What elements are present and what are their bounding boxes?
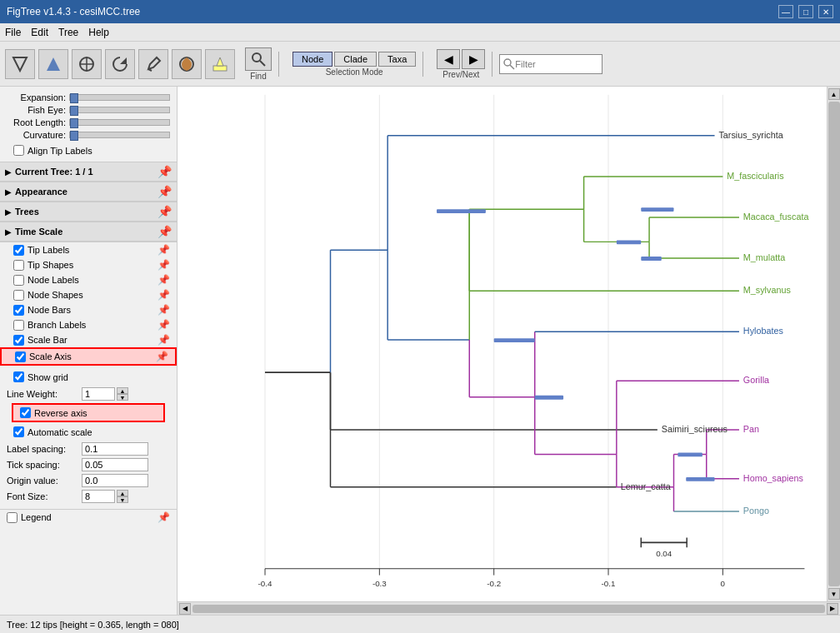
hilight-button[interactable] <box>205 49 235 79</box>
collapse-button[interactable] <box>38 49 68 79</box>
legend-pin[interactable]: 📌 <box>158 511 170 523</box>
fisheye-track[interactable] <box>69 107 170 113</box>
fisheye-label: Fish Eye: <box>7 105 69 115</box>
fisheye-thumb[interactable] <box>70 106 78 116</box>
node-labels-checkbox[interactable] <box>13 275 24 286</box>
svg-marker-0 <box>47 57 60 71</box>
appearance-pin[interactable]: 📌 <box>158 185 172 198</box>
menu-file[interactable]: File <box>5 27 21 38</box>
show-grid-row: Show grid <box>7 369 170 385</box>
scroll-left-button[interactable]: ◀ <box>179 603 191 615</box>
rotate-button[interactable] <box>105 49 135 79</box>
clade-button[interactable]: Clade <box>334 52 377 67</box>
node-shapes-pin[interactable]: 📌 <box>158 289 170 301</box>
menu-help[interactable]: Help <box>88 27 109 38</box>
app-title: FigTree v1.4.3 - cesiMCC.tree <box>7 6 140 17</box>
font-size-up[interactable]: ▲ <box>117 490 128 496</box>
automatic-scale-checkbox[interactable] <box>13 426 24 437</box>
scroll-down-button[interactable]: ▼ <box>828 588 840 600</box>
branch-labels-checkbox[interactable] <box>13 320 24 331</box>
scroll-thumb-v[interactable] <box>828 102 840 586</box>
tree-svg: -0.4 -0.3 -0.2 -0.1 0 <box>178 87 827 601</box>
align-tip-labels-checkbox[interactable] <box>13 145 24 156</box>
scale-axis-pin[interactable]: 📌 <box>156 351 168 362</box>
minimize-button[interactable]: — <box>778 5 793 18</box>
next-button[interactable]: ▶ <box>462 49 485 69</box>
find-button[interactable] <box>245 47 272 71</box>
scale-axis-left: Scale Axis <box>15 351 72 362</box>
tip-labels-label: Tip Labels <box>28 245 69 255</box>
tip-labels-pin[interactable]: 📌 <box>158 244 170 256</box>
font-size-spinner: ▲ ▼ <box>117 490 128 503</box>
trees-header[interactable]: ▶ Trees 📌 <box>0 202 177 222</box>
scale-bar-label: Scale Bar <box>28 335 68 345</box>
font-size-input[interactable] <box>82 490 115 503</box>
node-bars-pin[interactable]: 📌 <box>158 304 170 316</box>
colour-button[interactable] <box>172 49 202 79</box>
node-shapes-checkbox[interactable] <box>13 290 24 301</box>
scale-axis-panel: Show grid Line Weight: ▲ ▼ Reverse axis <box>0 366 177 509</box>
tip-labels-checkbox[interactable] <box>13 245 24 256</box>
scroll-right-button[interactable]: ▶ <box>827 603 838 615</box>
scroll-thumb-h[interactable] <box>192 605 825 613</box>
time-scale-pin[interactable]: 📌 <box>158 225 172 238</box>
label-spacing-input[interactable] <box>82 442 148 456</box>
svg-rect-70 <box>641 257 662 261</box>
expansion-track[interactable] <box>69 94 170 101</box>
show-grid-label: Show grid <box>28 372 68 382</box>
scale-bar-pin[interactable]: 📌 <box>158 334 170 346</box>
expansion-thumb[interactable] <box>70 93 78 103</box>
curvature-slider-row: Curvature: <box>7 130 170 140</box>
prevnext-buttons: ◀ ▶ <box>437 49 485 69</box>
current-tree-pin[interactable]: 📌 <box>158 165 172 178</box>
tick-spacing-input[interactable] <box>82 458 148 471</box>
rootlength-track[interactable] <box>69 119 170 126</box>
show-grid-checkbox[interactable] <box>13 371 24 382</box>
svg-rect-5 <box>213 66 227 71</box>
close-button[interactable]: ✕ <box>818 5 833 18</box>
cartoon-button[interactable] <box>5 49 35 79</box>
branch-labels-pin[interactable]: 📌 <box>158 319 170 331</box>
taxa-button[interactable]: Taxa <box>378 52 416 67</box>
scale-axis-checkbox[interactable] <box>15 351 26 362</box>
maximize-button[interactable]: □ <box>798 5 813 18</box>
node-labels-pin[interactable]: 📌 <box>158 274 170 286</box>
current-tree-header[interactable]: ▶ Current Tree: 1 / 1 📌 <box>0 162 177 182</box>
rootlength-label: Root Length: <box>7 117 69 127</box>
line-weight-up[interactable]: ▲ <box>117 387 128 394</box>
scale-bar-checkbox[interactable] <box>13 335 24 346</box>
trees-pin[interactable]: 📌 <box>158 205 172 218</box>
svg-text:Saimiri_sciureus: Saimiri_sciureus <box>662 424 728 434</box>
node-shapes-label: Node Shapes <box>28 290 83 300</box>
curvature-track[interactable] <box>69 132 170 138</box>
svg-text:M_sylvanus: M_sylvanus <box>743 285 791 295</box>
annotate-button[interactable] <box>138 49 168 79</box>
node-bars-checkbox[interactable] <box>13 305 24 316</box>
line-weight-down[interactable]: ▼ <box>117 394 128 401</box>
appearance-header[interactable]: ▶ Appearance 📌 <box>0 182 177 202</box>
curvature-thumb[interactable] <box>70 131 78 141</box>
v-scrollbar[interactable]: ▲ ▼ <box>827 87 840 601</box>
tip-shapes-checkbox[interactable] <box>13 260 24 271</box>
filter-input[interactable] <box>515 59 598 69</box>
origin-value-input[interactable] <box>82 474 148 487</box>
node-bars-left: Node Bars <box>13 305 71 316</box>
tip-shapes-pin[interactable]: 📌 <box>158 259 170 271</box>
scroll-up-button[interactable]: ▲ <box>828 88 840 100</box>
time-scale-header[interactable]: ▶ Time Scale 📌 <box>0 222 177 242</box>
svg-line-9 <box>510 65 514 69</box>
h-scrollbar[interactable]: ◀ ▶ <box>178 601 840 615</box>
font-size-down[interactable]: ▼ <box>117 496 128 503</box>
toolbar-sep-3 <box>492 52 492 77</box>
node-button[interactable]: Node <box>292 52 332 67</box>
reverse-axis-checkbox[interactable] <box>20 407 31 418</box>
menu-edit[interactable]: Edit <box>31 27 48 38</box>
prev-button[interactable]: ◀ <box>437 49 460 69</box>
reroot-button[interactable] <box>72 49 102 79</box>
filter-box[interactable] <box>499 54 602 74</box>
line-weight-input[interactable] <box>82 387 115 401</box>
legend-checkbox[interactable] <box>7 512 18 523</box>
tree-canvas[interactable]: -0.4 -0.3 -0.2 -0.1 0 <box>178 87 827 601</box>
rootlength-thumb[interactable] <box>70 118 78 128</box>
menu-tree[interactable]: Tree <box>58 27 78 38</box>
